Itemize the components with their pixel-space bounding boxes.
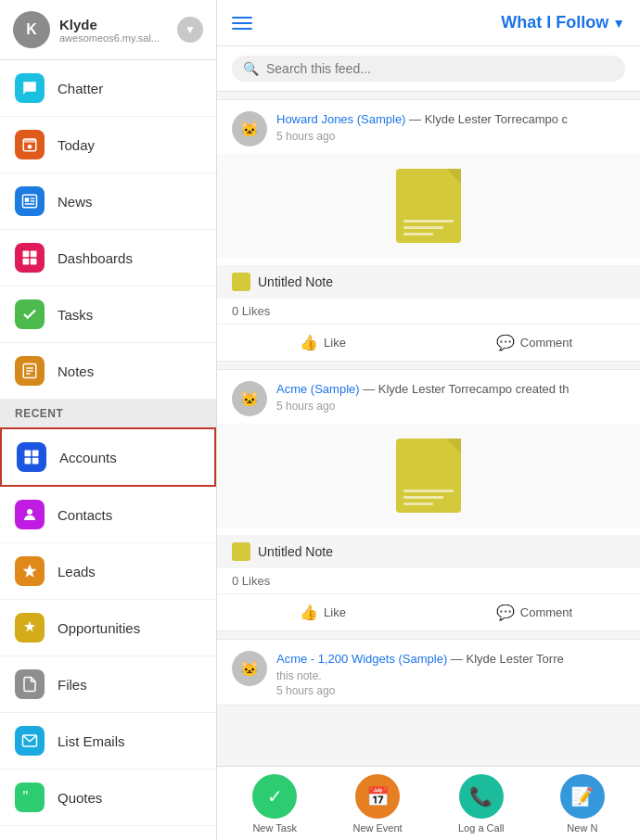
actions-row: 👍 Like 💬 Comment [217, 594, 640, 630]
like-button[interactable]: 👍 Like [217, 325, 429, 361]
sidebar-item-news[interactable]: News [0, 173, 216, 230]
note-lines [403, 490, 454, 505]
sidebar-item-contacts[interactable]: Contacts [0, 487, 216, 543]
tasks-icon [15, 299, 45, 329]
feed-user-line: Howard Jones (Sample) — Klyde Lester Tor… [276, 111, 625, 128]
svg-rect-9 [25, 203, 35, 205]
sidebar-item-today[interactable]: Today [0, 117, 216, 173]
sidebar-item-files[interactable]: Files [0, 656, 216, 713]
comment-label: Comment [520, 605, 572, 619]
feed-action: — Klyde Lester Torrecampo created th [363, 382, 569, 396]
feed-title[interactable]: What I Follow ▼ [501, 13, 625, 32]
like-icon: 👍 [300, 604, 318, 621]
sidebar-item-more[interactable]: • • •More [0, 826, 216, 840]
sidebar-item-dashboards[interactable]: Dashboards [0, 230, 216, 286]
sidebar-item-notes[interactable]: Notes [0, 343, 216, 400]
hamburger-line [232, 28, 252, 30]
note-title-text[interactable]: Untitled Note [258, 544, 333, 559]
avatar: 🐱 [232, 651, 267, 686]
note-title-text[interactable]: Untitled Note [258, 274, 333, 289]
avatar: 🐱 [232, 381, 267, 416]
sidebar-item-tasks[interactable]: Tasks [0, 286, 216, 343]
search-input[interactable] [266, 61, 614, 76]
bottom-tab-log-call[interactable]: 📞Log a Call [458, 774, 505, 834]
note-small-icon [232, 273, 250, 291]
comment-button[interactable]: 💬 Comment [429, 594, 640, 630]
dashboards-icon [15, 243, 45, 273]
sidebar-item-leads[interactable]: Leads [0, 543, 216, 600]
svg-rect-6 [25, 197, 30, 202]
sidebar-item-label: Opportunities [58, 620, 140, 636]
note-lines [403, 220, 454, 235]
sidebar-item-label: Contacts [58, 507, 112, 523]
like-button[interactable]: 👍 Like [217, 594, 429, 630]
svg-marker-23 [23, 565, 37, 578]
feed-item-header: 🐱 Acme (Sample) — Klyde Lester Torrecamp… [217, 370, 640, 424]
bottom-bar: ✓New Task📅New Event📞Log a Call📝New N [217, 766, 640, 840]
feed-action: — Klyde Lester Torre [451, 652, 564, 666]
svg-rect-7 [31, 197, 35, 199]
hamburger-menu[interactable] [232, 17, 252, 30]
feed-meta: Acme (Sample) — Klyde Lester Torrecampo … [276, 381, 625, 413]
svg-rect-10 [23, 251, 30, 258]
feed-item-header: 🐱 Acme - 1,200 Widgets (Sample) — Klyde … [217, 640, 640, 705]
comment-label: Comment [520, 336, 572, 350]
new-n-icon: 📝 [560, 774, 605, 819]
bottom-tab-new-n[interactable]: 📝New N [560, 774, 605, 834]
svg-point-22 [27, 509, 32, 515]
feed-title-text: What I Follow [501, 13, 608, 32]
user-header[interactable]: K Klyde awesomeos6.my.sal... ▼ [0, 0, 216, 60]
svg-rect-1 [26, 88, 32, 90]
listemails-icon [15, 726, 45, 756]
news-icon [15, 186, 45, 216]
note-preview [217, 424, 640, 528]
feed-user-line: Acme (Sample) — Klyde Lester Torrecampo … [276, 381, 625, 398]
bottom-tab-label: New N [567, 822, 597, 834]
sidebar-item-quotes[interactable]: "Quotes [0, 770, 216, 826]
comment-icon: 💬 [496, 334, 515, 351]
feed-scroll: 🐱 Howard Jones (Sample) — Klyde Lester T… [217, 92, 640, 766]
comment-button[interactable]: 💬 Comment [429, 325, 640, 361]
bottom-tab-new-task[interactable]: ✓New Task [252, 774, 297, 834]
svg-rect-0 [26, 85, 34, 87]
sidebar-item-label: Tasks [58, 307, 93, 323]
svg-rect-20 [25, 458, 32, 465]
bottom-tab-label: New Task [252, 822, 296, 834]
feed-user-name[interactable]: Acme (Sample) [276, 382, 360, 396]
avatar: 🐱 [232, 111, 267, 146]
sidebar-item-label: News [58, 194, 93, 210]
svg-rect-21 [32, 458, 39, 465]
feed-note-ref: this note. [276, 669, 625, 682]
hamburger-line [232, 22, 252, 24]
likes-count: 0 Likes [217, 299, 640, 325]
svg-rect-8 [31, 200, 35, 202]
sidebar-item-opportunities[interactable]: Opportunities [0, 600, 216, 656]
sidebar-item-label: Quotes [58, 790, 102, 806]
feed-time: 5 hours ago [276, 684, 625, 697]
new-event-icon: 📅 [355, 774, 400, 819]
note-line [403, 233, 433, 235]
hamburger-line [232, 17, 252, 19]
sidebar-item-listemails[interactable]: List Emails [0, 713, 216, 770]
feed-user-name[interactable]: Howard Jones (Sample) [276, 112, 405, 126]
sidebar-item-label: Notes [58, 363, 94, 379]
like-icon: 👍 [300, 334, 318, 351]
contacts-icon [15, 500, 45, 529]
feed-user-name[interactable]: Acme - 1,200 Widgets (Sample) [276, 652, 447, 666]
sidebar-item-chatter[interactable]: Chatter [0, 60, 216, 117]
comment-icon: 💬 [496, 604, 515, 621]
search-input-wrap[interactable]: 🔍 [232, 56, 625, 82]
user-name: Klyde [59, 17, 168, 32]
user-sub: awesomeos6.my.sal... [59, 32, 168, 44]
actions-row: 👍 Like 💬 Comment [217, 325, 640, 361]
svg-rect-3 [23, 139, 36, 143]
feed-item: 🐱 Howard Jones (Sample) — Klyde Lester T… [217, 99, 640, 362]
note-line [403, 503, 433, 505]
note-line [403, 220, 454, 223]
feed-meta: Howard Jones (Sample) — Klyde Lester Tor… [276, 111, 625, 143]
like-label: Like [324, 605, 346, 619]
chevron-down-icon: ▼ [185, 23, 196, 36]
user-menu-button[interactable]: ▼ [177, 17, 203, 43]
bottom-tab-new-event[interactable]: 📅New Event [352, 774, 402, 834]
sidebar-item-accounts[interactable]: Accounts [0, 427, 216, 487]
